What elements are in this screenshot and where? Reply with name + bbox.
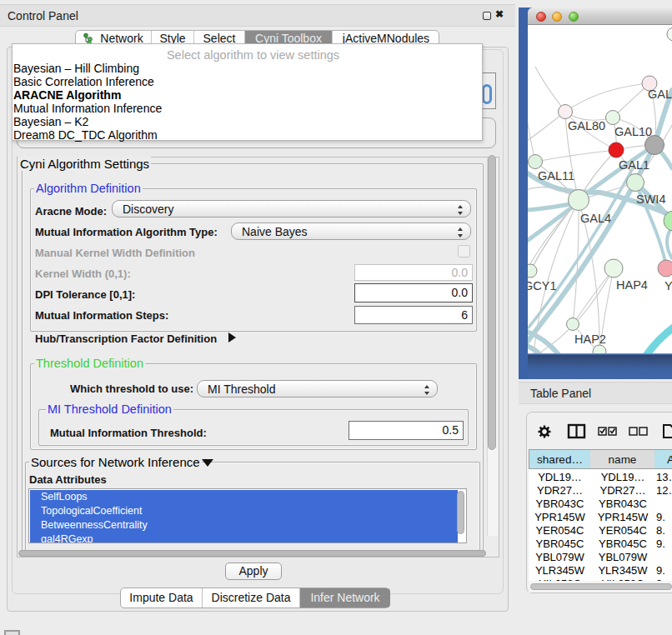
svg-text:GAL1: GAL1 (619, 158, 649, 172)
svg-text:GAL7: GAL7 (648, 88, 672, 101)
svg-text:HAP2: HAP2 (574, 332, 606, 346)
svg-text:SWI4: SWI4 (636, 192, 665, 206)
svg-text:GAL11: GAL11 (538, 169, 574, 182)
svg-text:YJ: YJ (664, 279, 672, 292)
svg-text:GCY1: GCY1 (528, 279, 557, 292)
svg-text:GAL4: GAL4 (580, 212, 611, 225)
svg-text:HAP4: HAP4 (616, 278, 648, 292)
svg-text:GAL10: GAL10 (614, 125, 652, 138)
svg-text:GAL80: GAL80 (568, 119, 605, 132)
